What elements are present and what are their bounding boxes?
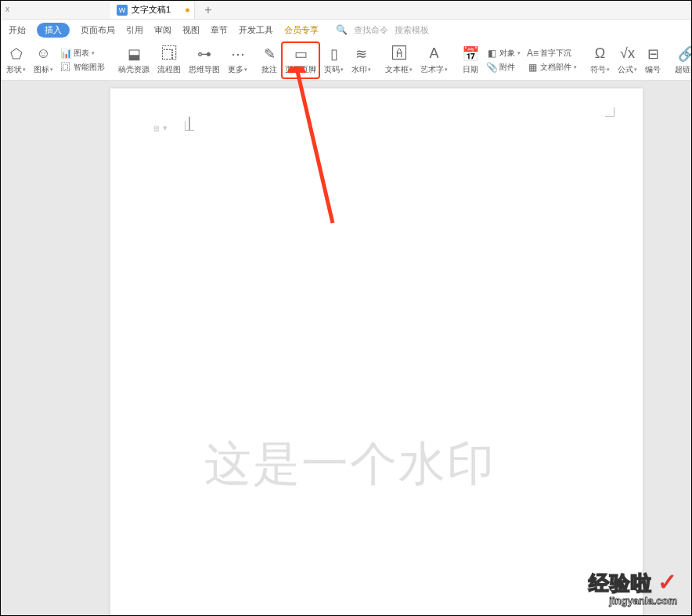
menu-chapter[interactable]: 章节 — [211, 24, 228, 36]
ribbon-toolbar: ⬠ 形状▾ ☺ 图标▾ 📊 图表▾ ⿴ 智能图形 ⬓ 稿壳资源 ⿹ 流程图 ⊶ … — [1, 40, 691, 81]
number-icon: ⊟ — [647, 45, 659, 63]
textbox-icon: 🄰 — [392, 45, 406, 63]
header-footer-button[interactable]: ▭ 页眉页脚 — [281, 41, 320, 79]
tab-title: 文字文稿1 — [132, 4, 171, 16]
chevron-down-icon: ▾ — [517, 50, 521, 56]
comment-button[interactable]: ✎ 批注 — [258, 41, 281, 79]
smart-shape-button[interactable]: ⿴ 智能图形 — [60, 62, 105, 73]
chevron-down-icon: ▾ — [244, 67, 247, 73]
menu-bar: 开始 插入 页面布局 引用 审阅 视图 章节 开发工具 会员专享 🔍 查找命令 … — [1, 20, 691, 40]
menu-view[interactable]: 视图 — [182, 24, 200, 36]
emoji-icon: ☺ — [36, 45, 50, 63]
date-icon: 📅 — [462, 45, 479, 63]
template-icon: ⬓ — [128, 45, 141, 63]
icon-button[interactable]: ☺ 图标▾ — [30, 41, 57, 79]
chevron-down-icon: ▾ — [341, 67, 344, 73]
menu-page-layout[interactable]: 页面布局 — [81, 24, 115, 36]
symbol-icon: Ω — [595, 45, 605, 63]
chevron-down-icon: ▾ — [634, 67, 637, 73]
site-watermark: 经验啦 ✓ jingyanla.com — [589, 571, 677, 606]
more-icon: ⋯ — [231, 45, 245, 63]
mindmap-icon: ⊶ — [197, 45, 211, 63]
word-doc-icon: W — [117, 5, 128, 16]
textbox-button[interactable]: 🄰 文本框▾ — [381, 41, 416, 79]
drop-cap-button[interactable]: A≡ 首字下沉 — [527, 48, 577, 59]
menu-member[interactable]: 会员专享 — [284, 24, 319, 36]
menu-dev-tools[interactable]: 开发工具 — [239, 24, 273, 36]
search-template[interactable]: 搜索模板 — [395, 24, 429, 36]
template-resource-button[interactable]: ⬓ 稿壳资源 — [114, 41, 153, 79]
prev-tab-suffix: x — [5, 5, 9, 13]
more-button[interactable]: ⋯ 更多▾ — [224, 41, 251, 79]
margin-corner-tr-icon — [602, 104, 615, 117]
object-button[interactable]: ◧ 对象▾ — [486, 48, 521, 59]
smartart-icon: ⿴ — [60, 62, 71, 73]
search-icon: 🔍 — [336, 24, 348, 35]
header-indicator[interactable]: 🗎 ▾ — [153, 123, 168, 133]
margin-corner-tl-icon — [185, 118, 197, 131]
chevron-down-icon: ▾ — [50, 67, 53, 73]
tab-bar: x W 文字文稿1 + — [1, 1, 691, 20]
menu-start[interactable]: 开始 — [9, 24, 26, 36]
site-watermark-url: jingyanla.com — [589, 596, 677, 606]
watermark-button[interactable]: ≋ 水印▾ — [348, 41, 375, 79]
wordart-icon: A — [429, 45, 438, 63]
flowchart-icon: ⿹ — [162, 45, 176, 63]
chevron-down-icon: ▾ — [574, 64, 577, 70]
page-number-button[interactable]: ▯ 页码▾ — [320, 41, 348, 79]
check-icon: ✓ — [658, 569, 677, 595]
watermark-icon: ≋ — [355, 45, 367, 63]
chevron-down-icon: ▾ — [607, 67, 610, 73]
menu-review[interactable]: 审阅 — [154, 24, 171, 36]
search-area: 🔍 查找命令 搜索模板 — [336, 24, 429, 36]
formula-icon: √x — [620, 45, 635, 63]
hyperlink-button[interactable]: 🔗 超链接 — [671, 41, 692, 79]
attachment-button[interactable]: 📎 附件 — [486, 62, 521, 73]
chevron-down-icon: ▾ — [23, 67, 26, 73]
symbol-button[interactable]: Ω 符号▾ — [586, 41, 614, 79]
number-button[interactable]: ⊟ 编号 — [641, 41, 665, 79]
comment-icon: ✎ — [264, 45, 276, 63]
flowchart-button[interactable]: ⿹ 流程图 — [153, 41, 185, 79]
formula-button[interactable]: √x 公式▾ — [614, 41, 641, 79]
new-tab-button[interactable]: + — [195, 3, 221, 17]
document-workspace: 🗎 ▾ 这是一个水印 — [1, 81, 691, 615]
menu-reference[interactable]: 引用 — [126, 24, 143, 36]
doc-parts-button[interactable]: ▦ 文档部件▾ — [527, 62, 577, 73]
chevron-down-icon: ▾ — [409, 67, 413, 73]
chart-icon: 📊 — [60, 48, 71, 59]
document-page[interactable]: 🗎 ▾ 这是一个水印 — [110, 88, 643, 616]
header-footer-icon: ▭ — [294, 45, 308, 63]
attachment-icon: 📎 — [486, 62, 497, 73]
unsaved-indicator-icon — [186, 8, 189, 12]
chevron-down-icon: ▾ — [92, 50, 95, 56]
chevron-down-icon: ▾ — [368, 67, 371, 73]
hyperlink-icon: 🔗 — [678, 45, 692, 63]
page-icon: 🗎 — [153, 124, 161, 133]
document-tab[interactable]: W 文字文稿1 — [110, 1, 195, 19]
drop-cap-icon: A≡ — [527, 48, 538, 59]
doc-parts-icon: ▦ — [527, 62, 538, 73]
chart-button[interactable]: 📊 图表▾ — [60, 48, 105, 59]
shape-button[interactable]: ⬠ 形状▾ — [2, 41, 30, 79]
object-icon: ◧ — [486, 48, 497, 59]
shape-icon: ⬠ — [10, 45, 23, 63]
menu-insert[interactable]: 插入 — [37, 23, 70, 38]
watermark-text: 这是一个水印 — [204, 433, 496, 496]
search-command[interactable]: 查找命令 — [354, 24, 388, 36]
wordart-button[interactable]: A 艺术字▾ — [416, 41, 452, 79]
page-number-icon: ▯ — [330, 45, 338, 63]
mindmap-button[interactable]: ⊶ 思维导图 — [185, 41, 224, 79]
date-button[interactable]: 📅 日期 — [458, 41, 483, 79]
chevron-down-icon: ▾ — [163, 123, 168, 133]
chevron-down-icon: ▾ — [445, 67, 448, 73]
site-watermark-title: 经验啦 — [589, 571, 652, 595]
text-cursor — [189, 117, 190, 131]
